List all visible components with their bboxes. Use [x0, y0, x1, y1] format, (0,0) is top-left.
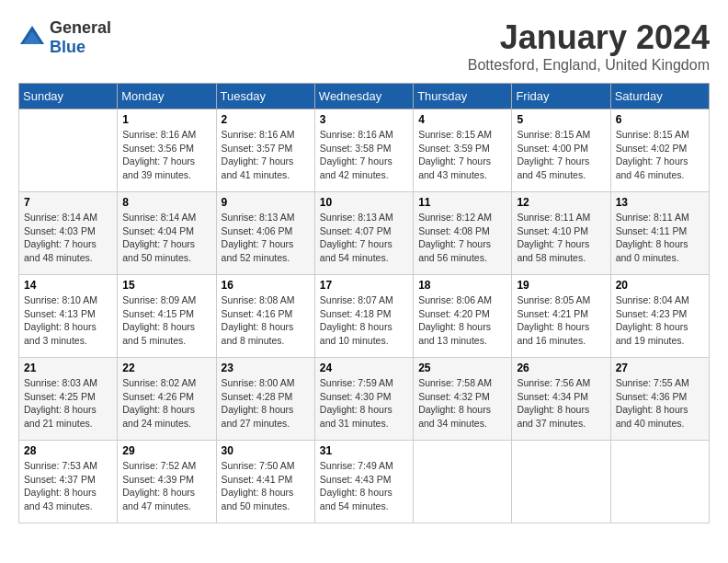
calendar-cell: 22Sunrise: 8:02 AMSunset: 4:26 PMDayligh…	[118, 358, 216, 441]
day-number: 8	[122, 196, 210, 209]
calendar-cell: 5Sunrise: 8:15 AMSunset: 4:00 PMDaylight…	[512, 109, 610, 192]
day-number: 21	[24, 362, 112, 374]
calendar-cell: 2Sunrise: 8:16 AMSunset: 3:57 PMDaylight…	[216, 109, 314, 192]
day-info: Sunrise: 8:07 AMSunset: 4:18 PMDaylight:…	[320, 293, 408, 348]
header-wednesday: Wednesday	[314, 84, 413, 109]
day-number: 15	[122, 279, 210, 292]
day-number: 29	[122, 444, 210, 457]
day-info: Sunrise: 7:59 AMSunset: 4:30 PMDaylight:…	[320, 376, 408, 431]
days-header-row: SundayMondayTuesdayWednesdayThursdayFrid…	[19, 84, 710, 109]
day-number: 26	[517, 362, 605, 374]
day-number: 9	[222, 196, 310, 209]
day-number: 16	[222, 279, 310, 292]
calendar-cell	[19, 109, 118, 192]
calendar-cell: 13Sunrise: 8:11 AMSunset: 4:11 PMDayligh…	[610, 192, 709, 275]
calendar-cell: 4Sunrise: 8:15 AMSunset: 3:59 PMDaylight…	[414, 109, 512, 192]
day-info: Sunrise: 8:04 AMSunset: 4:23 PMDaylight:…	[616, 293, 704, 348]
day-number: 2	[222, 113, 310, 126]
day-number: 20	[616, 279, 704, 292]
calendar-cell: 1Sunrise: 8:16 AMSunset: 3:56 PMDaylight…	[118, 109, 216, 192]
day-info: Sunrise: 8:14 AMSunset: 4:04 PMDaylight:…	[122, 211, 210, 265]
calendar-cell: 20Sunrise: 8:04 AMSunset: 4:23 PMDayligh…	[610, 275, 709, 358]
header-saturday: Saturday	[610, 84, 709, 109]
day-number: 10	[320, 196, 408, 209]
day-number: 25	[418, 362, 506, 374]
day-number: 19	[517, 279, 605, 292]
calendar-cell: 29Sunrise: 7:52 AMSunset: 4:39 PMDayligh…	[118, 441, 216, 523]
calendar-cell	[610, 441, 709, 523]
day-info: Sunrise: 8:13 AMSunset: 4:06 PMDaylight:…	[222, 211, 310, 265]
logo-icon	[18, 24, 46, 52]
calendar-cell: 11Sunrise: 8:12 AMSunset: 4:08 PMDayligh…	[414, 192, 512, 275]
day-number: 23	[222, 362, 310, 374]
day-number: 12	[517, 196, 605, 209]
day-info: Sunrise: 8:02 AMSunset: 4:26 PMDaylight:…	[122, 376, 210, 431]
calendar-cell: 10Sunrise: 8:13 AMSunset: 4:07 PMDayligh…	[314, 192, 413, 275]
day-number: 24	[320, 362, 408, 374]
day-info: Sunrise: 7:52 AMSunset: 4:39 PMDaylight:…	[122, 459, 210, 513]
day-info: Sunrise: 7:49 AMSunset: 4:43 PMDaylight:…	[320, 459, 408, 513]
calendar-table: SundayMondayTuesdayWednesdayThursdayFrid…	[18, 83, 710, 523]
day-info: Sunrise: 7:58 AMSunset: 4:32 PMDaylight:…	[418, 376, 506, 431]
month-title: January 2024	[468, 18, 710, 57]
day-number: 4	[418, 113, 506, 126]
day-info: Sunrise: 8:05 AMSunset: 4:21 PMDaylight:…	[517, 293, 605, 348]
day-info: Sunrise: 8:13 AMSunset: 4:07 PMDaylight:…	[320, 211, 408, 265]
location: Bottesford, England, United Kingdom	[468, 57, 710, 74]
calendar-cell: 30Sunrise: 7:50 AMSunset: 4:41 PMDayligh…	[216, 441, 314, 523]
calendar-header: SundayMondayTuesdayWednesdayThursdayFrid…	[19, 84, 710, 109]
day-info: Sunrise: 7:56 AMSunset: 4:34 PMDaylight:…	[517, 376, 605, 431]
header-friday: Friday	[512, 84, 610, 109]
calendar-cell: 25Sunrise: 7:58 AMSunset: 4:32 PMDayligh…	[414, 358, 512, 441]
calendar-cell: 15Sunrise: 8:09 AMSunset: 4:15 PMDayligh…	[118, 275, 216, 358]
calendar-cell: 24Sunrise: 7:59 AMSunset: 4:30 PMDayligh…	[314, 358, 413, 441]
calendar-cell: 6Sunrise: 8:15 AMSunset: 4:02 PMDaylight…	[610, 109, 709, 192]
calendar-cell	[512, 441, 610, 523]
week-row-5: 28Sunrise: 7:53 AMSunset: 4:37 PMDayligh…	[19, 441, 710, 523]
calendar-cell: 17Sunrise: 8:07 AMSunset: 4:18 PMDayligh…	[314, 275, 413, 358]
day-number: 28	[24, 444, 112, 457]
day-number: 7	[24, 196, 112, 209]
day-number: 18	[418, 279, 506, 292]
day-number: 31	[320, 444, 408, 457]
calendar-cell: 9Sunrise: 8:13 AMSunset: 4:06 PMDaylight…	[216, 192, 314, 275]
day-info: Sunrise: 8:11 AMSunset: 4:11 PMDaylight:…	[616, 211, 704, 265]
day-info: Sunrise: 8:12 AMSunset: 4:08 PMDaylight:…	[418, 211, 506, 265]
calendar-cell: 31Sunrise: 7:49 AMSunset: 4:43 PMDayligh…	[314, 441, 413, 523]
calendar-cell: 23Sunrise: 8:00 AMSunset: 4:28 PMDayligh…	[216, 358, 314, 441]
header-sunday: Sunday	[19, 84, 118, 109]
day-info: Sunrise: 8:16 AMSunset: 3:58 PMDaylight:…	[320, 128, 408, 182]
logo-blue: Blue	[50, 38, 111, 57]
calendar-cell: 16Sunrise: 8:08 AMSunset: 4:16 PMDayligh…	[216, 275, 314, 358]
header-monday: Monday	[118, 84, 216, 109]
day-info: Sunrise: 8:16 AMSunset: 3:56 PMDaylight:…	[122, 128, 210, 182]
day-info: Sunrise: 8:11 AMSunset: 4:10 PMDaylight:…	[517, 211, 605, 265]
day-info: Sunrise: 8:10 AMSunset: 4:13 PMDaylight:…	[24, 293, 112, 348]
header-thursday: Thursday	[414, 84, 512, 109]
day-info: Sunrise: 7:53 AMSunset: 4:37 PMDaylight:…	[24, 459, 112, 513]
day-info: Sunrise: 8:09 AMSunset: 4:15 PMDaylight:…	[122, 293, 210, 348]
day-info: Sunrise: 7:50 AMSunset: 4:41 PMDaylight:…	[222, 459, 310, 513]
day-number: 30	[222, 444, 310, 457]
calendar-cell: 19Sunrise: 8:05 AMSunset: 4:21 PMDayligh…	[512, 275, 610, 358]
day-info: Sunrise: 8:14 AMSunset: 4:03 PMDaylight:…	[24, 211, 112, 265]
calendar-cell	[414, 441, 512, 523]
logo: General Blue	[18, 18, 111, 57]
day-number: 22	[122, 362, 210, 374]
page-header: General Blue January 2024 Bottesford, En…	[18, 18, 710, 74]
header-tuesday: Tuesday	[216, 84, 314, 109]
calendar-cell: 27Sunrise: 7:55 AMSunset: 4:36 PMDayligh…	[610, 358, 709, 441]
day-info: Sunrise: 8:16 AMSunset: 3:57 PMDaylight:…	[222, 128, 310, 182]
calendar-cell: 14Sunrise: 8:10 AMSunset: 4:13 PMDayligh…	[19, 275, 118, 358]
day-info: Sunrise: 8:15 AMSunset: 3:59 PMDaylight:…	[418, 128, 506, 182]
day-number: 17	[320, 279, 408, 292]
calendar-cell: 7Sunrise: 8:14 AMSunset: 4:03 PMDaylight…	[19, 192, 118, 275]
day-number: 11	[418, 196, 506, 209]
logo-general: General	[50, 18, 111, 38]
day-number: 6	[616, 113, 704, 126]
calendar-cell: 18Sunrise: 8:06 AMSunset: 4:20 PMDayligh…	[414, 275, 512, 358]
day-number: 5	[517, 113, 605, 126]
day-info: Sunrise: 8:08 AMSunset: 4:16 PMDaylight:…	[222, 293, 310, 348]
day-number: 1	[122, 113, 210, 126]
day-info: Sunrise: 8:00 AMSunset: 4:28 PMDaylight:…	[222, 376, 310, 431]
